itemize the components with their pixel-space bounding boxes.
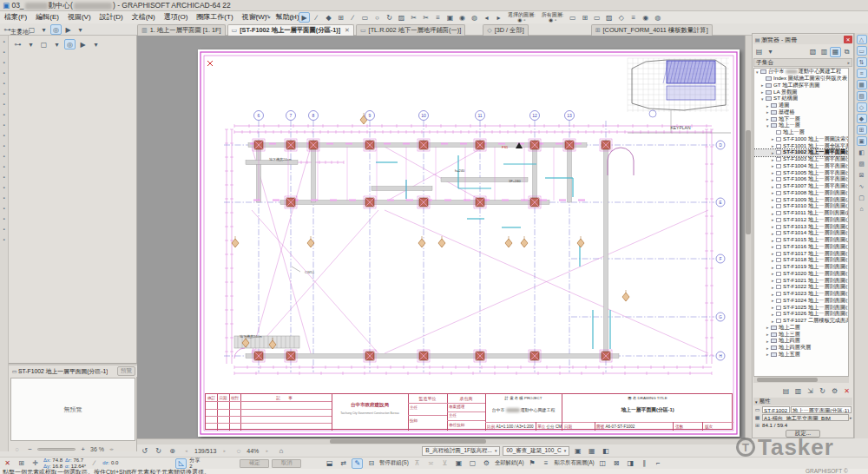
dock-icon[interactable]: ▪ — [1, 205, 8, 212]
grid-icon[interactable]: ⊞ — [335, 12, 346, 23]
vertical-scrollbar[interactable] — [745, 36, 752, 438]
vertical-scrollbar-thumb[interactable] — [746, 130, 751, 234]
zoom-icon[interactable]: ◌ — [11, 444, 23, 454]
update-icon[interactable]: ↻ — [817, 386, 828, 397]
align-mid-icon[interactable]: ≍ — [425, 458, 437, 469]
orbit2-icon[interactable]: ↻ — [153, 445, 164, 456]
dock-icon[interactable]: ▪ — [1, 236, 8, 243]
stamp-icon[interactable]: ▣ — [444, 12, 456, 23]
layer-combination-combo[interactable]: 00_審查_建築_100_C▾ — [503, 446, 569, 456]
tab-0[interactable]: ▥1. 地上一層平面圖 [1. 1F] — [137, 24, 226, 36]
settings-button[interactable]: 設定... — [786, 430, 820, 438]
dock-icon[interactable]: ▪ — [1, 163, 8, 170]
redo-icon[interactable]: ↷ — [262, 12, 273, 23]
horizontal-scrollbar-thumb[interactable] — [330, 439, 486, 444]
dock-icon[interactable]: ▪ — [1, 194, 8, 201]
next-icon[interactable]: ▸ — [219, 445, 230, 456]
zoom-out-icon[interactable]: − — [24, 444, 36, 454]
slope-icon[interactable]: ∕ — [311, 12, 322, 23]
menu-檔案F[interactable]: 檔案(F) — [0, 11, 31, 23]
tree-item[interactable]: ▸GT 地工鑽探平面圖 — [754, 82, 848, 89]
dock-icon[interactable]: ▦ — [857, 80, 867, 89]
dock-icon[interactable]: ▪ — [1, 174, 8, 181]
dock-icon[interactable]: ∿ — [857, 181, 867, 191]
arrange-icon[interactable]: ⇄ — [338, 458, 349, 469]
dock-icon[interactable]: ◇ — [857, 102, 867, 112]
dock-icon[interactable]: ≡ — [857, 69, 867, 78]
marquee-icon[interactable]: ⬓ — [324, 458, 335, 469]
dropdown-icon[interactable]: ▾ — [38, 24, 49, 35]
grid-snap-icon[interactable]: ⊞ — [16, 458, 27, 469]
layout-sheet[interactable]: KEYPLAN678910111213DEFGH地下機房24cm地下機房24cm… — [198, 49, 740, 437]
eraser-icon[interactable]: ▱ — [286, 12, 298, 23]
group-icon[interactable]: ⊟ — [365, 458, 377, 469]
tree-item[interactable]: ▸地上二層 — [754, 325, 848, 332]
back-icon[interactable]: ◂ — [481, 12, 492, 23]
spin-icons[interactable]: ◂▸ — [106, 444, 117, 454]
tab-1[interactable]: ▭[ST-F1002 地上一層平面圖(分區-1)]✕ — [227, 24, 354, 36]
zoom-in-icon[interactable]: + — [77, 444, 89, 454]
cube-icon[interactable]: ◇ — [615, 12, 627, 23]
dropdown-icon[interactable]: ▾ — [51, 39, 62, 49]
dock-icon[interactable]: ◆ — [857, 114, 867, 123]
new-layout-icon[interactable]: ▥ — [792, 386, 804, 397]
dock-icon[interactable]: ▧ — [857, 91, 867, 101]
master-layout-select[interactable]: A1-橫向_施工平立面圖_BIM — [762, 414, 849, 421]
tab-3[interactable]: ◇[3D / 全部] — [483, 24, 528, 36]
dock-icon[interactable]: ⊞ — [857, 125, 867, 135]
delete-icon[interactable]: ✕ — [841, 386, 852, 397]
pointer-icon[interactable]: ▶ — [299, 12, 310, 23]
fill-icon[interactable]: ▨ — [603, 12, 615, 23]
caret-icon[interactable]: ▾ — [765, 47, 776, 57]
align-bottom-icon[interactable]: ⊻ — [439, 458, 450, 469]
dock-icon[interactable]: ▪ — [1, 59, 8, 66]
misc-icon-1[interactable]: ◫ — [597, 458, 608, 469]
globe-icon[interactable]: ◍ — [469, 12, 480, 23]
dock-icon[interactable]: ⊠ — [857, 170, 867, 180]
align-top-icon[interactable]: ⊼ — [411, 458, 423, 469]
tree-item[interactable]: ▸地上三層 — [754, 331, 848, 338]
flag-icon[interactable]: ⚑ — [527, 458, 538, 469]
prev-icon[interactable]: ◂ — [181, 445, 192, 456]
unlock-icon[interactable]: ▢ — [467, 458, 478, 469]
orbit-icon[interactable]: ↺ — [139, 445, 150, 456]
close-icon[interactable]: ✕ — [844, 36, 852, 43]
renovation-filter-combo[interactable]: B_高程檢討圖_1F版高程...▾ — [422, 446, 500, 456]
tab-4[interactable]: ⊞[COUNT_FORM_4011 樓板數量計算] — [591, 24, 713, 36]
dock-icon[interactable]: ▪ — [1, 49, 8, 56]
target-icon[interactable]: ◎ — [64, 39, 76, 49]
new-folder-icon[interactable]: ▤ — [780, 386, 792, 397]
dock-icon[interactable]: ⌂ — [857, 204, 867, 214]
menu-設計D[interactable]: 設計(D) — [95, 11, 128, 23]
properties-header[interactable]: ▾屬性 — [753, 398, 852, 405]
tree-item[interactable]: ▸LA 景觀圖 — [754, 89, 848, 95]
misc-icon-4[interactable]: ∥ — [639, 458, 650, 469]
zoom-menu-icon[interactable]: ▸ — [261, 445, 273, 456]
menu-團隊工作T[interactable]: 團隊工作(T) — [192, 11, 237, 23]
forward-icon[interactable]: ▸ — [493, 12, 504, 23]
dropdown-icon[interactable]: ▾ — [75, 24, 86, 35]
import-icon[interactable]: ⇲ — [805, 386, 816, 397]
dock-icon[interactable]: ▪ — [1, 69, 8, 76]
dock-icon[interactable]: ▭ — [857, 46, 867, 56]
scissors-icon[interactable]: ✂ — [420, 12, 431, 23]
target-icon[interactable]: ◎ — [50, 24, 62, 35]
undo-icon[interactable]: ↶ — [250, 12, 261, 23]
folder-open-icon[interactable]: ▦ — [830, 47, 841, 57]
drawing-canvas[interactable]: KEYPLAN678910111213DEFGH地下機房24cm地下機房24cm… — [137, 36, 752, 438]
marquee-icon[interactable]: ▢ — [38, 39, 49, 49]
link-icon[interactable]: ◉ — [457, 12, 468, 23]
circle-icon[interactable]: ○ — [372, 12, 383, 23]
dock-icon[interactable]: ⇅ — [857, 57, 867, 67]
menu-選項O[interactable]: 選項(O) — [160, 11, 193, 23]
pointer-icon[interactable]: ▶ — [62, 24, 74, 35]
menu-編輯E[interactable]: 編輯(E) — [31, 11, 63, 23]
misc-icon-3[interactable]: ◨ — [625, 458, 636, 469]
edit-icon[interactable]: ✎ — [352, 458, 363, 469]
dock-icon[interactable]: △ — [857, 35, 867, 44]
rotate-icon[interactable]: ↻ — [384, 12, 395, 23]
box-icon[interactable]: ▭ — [567, 12, 578, 23]
layout-id-field[interactable]: ST-F1002 — [762, 406, 790, 413]
zoom-slider[interactable] — [37, 448, 76, 451]
preview-button[interactable]: 預覽 — [117, 366, 135, 376]
